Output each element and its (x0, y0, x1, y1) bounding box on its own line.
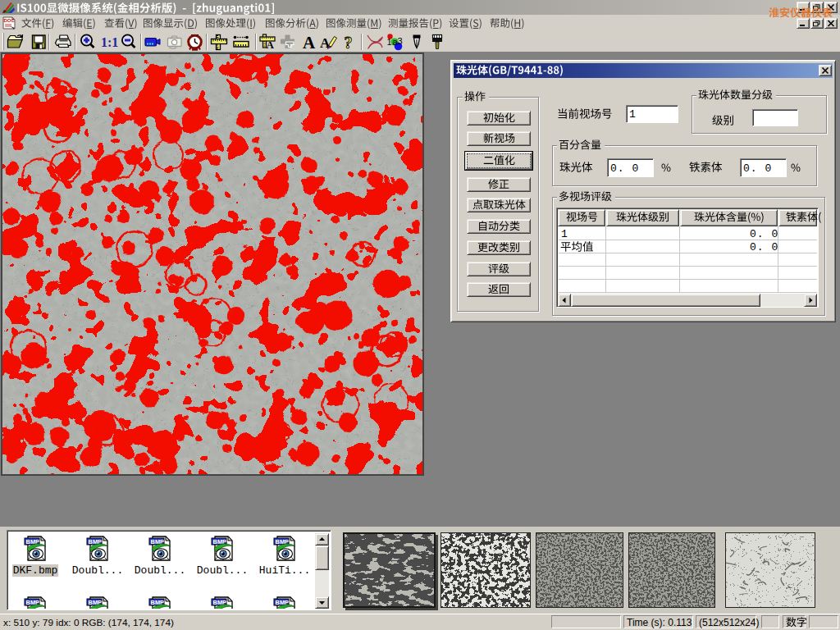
svg-text:A: A (303, 33, 316, 51)
svg-text:1: 1 (387, 37, 392, 47)
svg-text:?: ? (345, 34, 353, 52)
svg-text:DOC: DOC (4, 18, 16, 23)
svg-text:A: A (267, 39, 275, 51)
svg-text:1:1: 1:1 (101, 35, 118, 49)
svg-text:3: 3 (398, 36, 403, 46)
svg-text:A: A (320, 35, 331, 51)
